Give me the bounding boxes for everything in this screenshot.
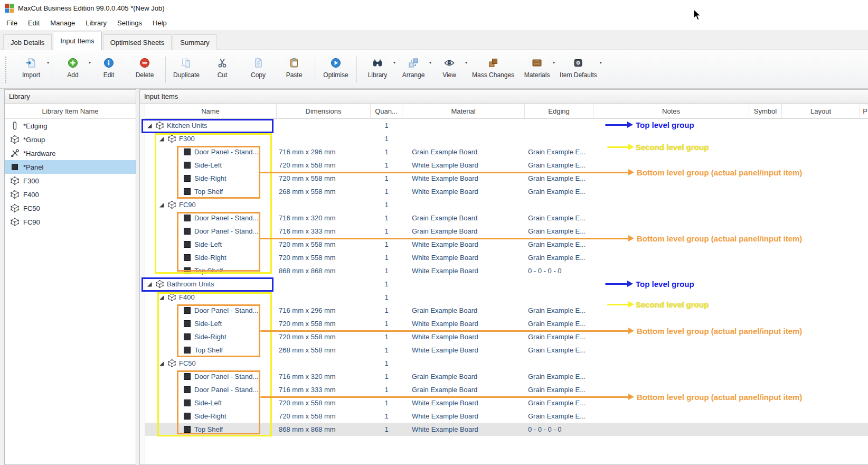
expander-icon[interactable]	[147, 282, 153, 287]
table-row[interactable]: Kitchen Units 1	[145, 119, 868, 132]
table-row[interactable]: Side-Right 720 mm x 558 mm 1 White Examp…	[145, 172, 868, 185]
toolbar-cut-button[interactable]: Cut	[204, 52, 240, 88]
table-row[interactable]: Top Shelf 268 mm x 558 mm 1 White Exampl…	[145, 185, 868, 198]
library-item-group[interactable]: *Group	[5, 133, 136, 146]
toolbar-add-button[interactable]: Add ▾	[55, 52, 91, 88]
column-header-symbol[interactable]: Symbol	[749, 104, 782, 118]
table-row[interactable]: Side-Right 720 mm x 558 mm 1 White Examp…	[145, 410, 868, 423]
column-header-dimensions[interactable]: Dimensions	[277, 104, 371, 118]
dimensions-cell: 720 mm x 558 mm	[277, 254, 371, 262]
expander-icon[interactable]	[159, 136, 165, 142]
toolbar-separator	[356, 57, 357, 83]
toolbar-separator	[165, 57, 166, 83]
table-row[interactable]: Side-Left 720 mm x 558 mm 1 White Exampl…	[145, 396, 868, 410]
table-row[interactable]: FC50 1	[145, 357, 868, 370]
column-header-name[interactable]: Name	[145, 104, 277, 118]
toolbar-library-button[interactable]: Library ▾	[360, 52, 395, 88]
edging-cell: Grain Example E...	[525, 373, 593, 380]
table-row[interactable]: Top Shelf 868 mm x 868 mm 1 White Exampl…	[145, 264, 868, 277]
toolbar-item-defaults-button[interactable]: Item Defaults ▾	[555, 52, 602, 88]
table-row[interactable]: Door Panel - Stand... 716 mm x 333 mm 1 …	[145, 225, 868, 238]
toolbar-grip[interactable]	[5, 57, 9, 83]
window-title: MaxCut Business Edition 99.0.0.405 *(New…	[18, 4, 164, 12]
column-header-material[interactable]: Material	[402, 104, 525, 118]
panel-icon	[184, 413, 191, 420]
menu-help[interactable]: Help	[147, 16, 172, 30]
table-row[interactable]: Side-Left 720 mm x 558 mm 1 White Exampl…	[145, 159, 868, 172]
menu-library[interactable]: Library	[80, 16, 112, 30]
tab-job-details[interactable]: Job Details	[3, 34, 52, 50]
library-item-fc90[interactable]: FC90	[5, 215, 136, 229]
name-cell: Side-Left	[145, 399, 277, 407]
table-row[interactable]: Door Panel - Stand... 716 mm x 296 mm 1 …	[145, 145, 868, 159]
panel-icon	[184, 188, 191, 195]
tab-summary[interactable]: Summary	[173, 34, 217, 50]
toolbar-view-button[interactable]: View ▾	[431, 52, 467, 88]
tab-optimised-sheets[interactable]: Optimised Sheets	[103, 34, 172, 50]
table-row[interactable]: FC90 1	[145, 198, 868, 211]
column-header-edging[interactable]: Edging	[525, 104, 593, 118]
column-header-quantity[interactable]: Quan...	[371, 104, 402, 118]
table-row[interactable]: Door Panel - Stand... 716 mm x 320 mm 1 …	[145, 370, 868, 383]
edging-cell: Grain Example E...	[525, 214, 593, 222]
quantity-cell: 1	[371, 333, 402, 341]
group-icon	[10, 203, 20, 213]
toolbar-copy-button[interactable]: Copy	[240, 52, 276, 88]
quantity-cell: 1	[371, 214, 402, 222]
library-item-panel[interactable]: *Panel	[5, 160, 136, 174]
table-row[interactable]: Door Panel - Stand... 716 mm x 296 mm 1 …	[145, 304, 868, 317]
quantity-cell: 1	[371, 227, 402, 235]
table-row[interactable]: F400 1	[145, 291, 868, 304]
table-row[interactable]: Side-Right 720 mm x 558 mm 1 White Examp…	[145, 330, 868, 343]
toolbar-duplicate-button[interactable]: Duplicate	[168, 52, 204, 88]
table-row[interactable]: Door Panel - Stand... 716 mm x 333 mm 1 …	[145, 383, 868, 396]
material-cell: White Example Board	[402, 425, 525, 433]
tab-input-items[interactable]: Input Items	[53, 32, 101, 50]
table-row[interactable]: Side-Right 720 mm x 558 mm 1 White Examp…	[145, 251, 868, 264]
menu-manage[interactable]: Manage	[45, 16, 80, 30]
table-row[interactable]: Door Panel - Stand... 716 mm x 320 mm 1 …	[145, 211, 868, 225]
table-row[interactable]: Top Shelf 868 mm x 868 mm 1 White Exampl…	[145, 423, 868, 436]
quantity-cell: 1	[371, 425, 402, 433]
expander-icon[interactable]	[159, 295, 165, 300]
toolbar-optimise-button[interactable]: Optimise	[318, 52, 354, 88]
library-column-header[interactable]: Library Item Name	[5, 104, 136, 119]
column-header-layout[interactable]: Layout	[782, 104, 860, 118]
name-cell: Door Panel - Stand...	[145, 386, 277, 394]
table-row[interactable]: Bathroom Units 1	[145, 277, 868, 291]
toolbar-edit-button[interactable]: Edit	[91, 52, 127, 88]
optimise-icon	[330, 56, 342, 70]
library-item-edging[interactable]: *Edging	[5, 119, 136, 133]
library-item-f300[interactable]: F300	[5, 174, 136, 188]
column-header-notes[interactable]: Notes	[593, 104, 749, 118]
dimensions-cell: 716 mm x 320 mm	[277, 214, 371, 222]
mass-changes-icon	[487, 56, 499, 70]
library-item-hardware[interactable]: *Hardware	[5, 146, 136, 160]
menu-file[interactable]: File	[1, 16, 23, 30]
expander-icon[interactable]	[159, 361, 165, 366]
table-row[interactable]: Side-Left 720 mm x 558 mm 1 White Exampl…	[145, 317, 868, 330]
table-row[interactable]: Side-Left 720 mm x 558 mm 1 White Exampl…	[145, 238, 868, 251]
expander-icon[interactable]	[159, 202, 165, 208]
table-row[interactable]: Top Shelf 268 mm x 558 mm 1 White Exampl…	[145, 343, 868, 357]
panel-icon	[184, 228, 191, 235]
edging-cell: Grain Example E...	[525, 386, 593, 394]
menu-edit[interactable]: Edit	[23, 16, 45, 30]
group-icon	[10, 217, 20, 227]
library-item-f400[interactable]: F400	[5, 188, 136, 201]
panel-icon	[184, 386, 191, 393]
dropdown-arrow-icon[interactable]: ▾	[47, 60, 49, 65]
toolbar-import-button[interactable]: Import ▾	[13, 52, 49, 88]
dropdown-arrow-icon[interactable]: ▾	[600, 60, 602, 65]
menu-settings[interactable]: Settings	[112, 16, 147, 30]
expander-icon[interactable]	[147, 123, 153, 128]
material-cell: White Example Board	[402, 188, 525, 196]
toolbar-mass-changes-button[interactable]: Mass Changes	[467, 52, 519, 88]
table-row[interactable]: F300 1	[145, 132, 868, 145]
toolbar-paste-button[interactable]: Paste	[276, 52, 312, 88]
toolbar-arrange-button[interactable]: Arrange ▾	[395, 52, 431, 88]
column-header-p[interactable]: P	[860, 104, 868, 118]
toolbar-materials-button[interactable]: Materials ▾	[519, 52, 555, 88]
library-item-fc50[interactable]: FC50	[5, 201, 136, 215]
toolbar-delete-button[interactable]: Delete	[127, 52, 163, 88]
